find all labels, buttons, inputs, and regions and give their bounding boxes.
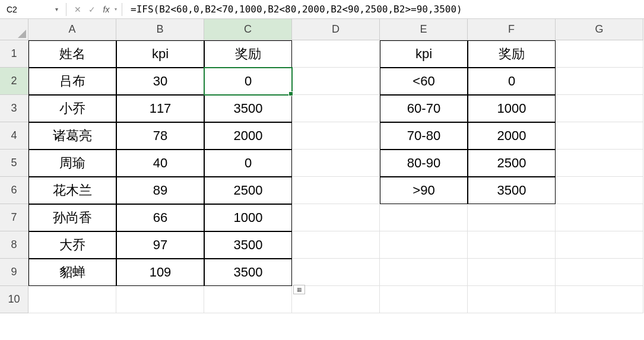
column-header-F[interactable]: F <box>468 19 556 40</box>
cell-B8[interactable]: 97 <box>116 231 204 259</box>
cell-E2[interactable]: <60 <box>380 68 468 95</box>
cell-B10[interactable] <box>116 286 204 313</box>
cell-F4[interactable]: 2000 <box>468 122 556 150</box>
cell-F7[interactable] <box>468 204 556 231</box>
cell-F6[interactable]: 3500 <box>468 177 556 204</box>
cell-A7[interactable]: 孙尚香 <box>28 204 116 231</box>
cell-G4[interactable] <box>556 122 643 150</box>
cell-G6[interactable] <box>556 177 643 204</box>
cell-E7[interactable] <box>380 204 468 231</box>
row-header-4[interactable]: 4 <box>0 122 28 150</box>
formula-bar: C2 ▾ ✕ ✓ fx ▾ =IFS(B2<60,0,B2<70,1000,B2… <box>0 0 644 19</box>
cell-A5[interactable]: 周瑜 <box>28 150 116 177</box>
row-header-2[interactable]: 2 <box>0 68 28 95</box>
cell-E8[interactable] <box>380 231 468 259</box>
cell-D6[interactable] <box>292 177 380 204</box>
cell-A1[interactable]: 姓名 <box>28 40 116 68</box>
cell-C7[interactable]: 1000 <box>204 204 292 231</box>
cell-F8[interactable] <box>468 231 556 259</box>
cell-F5[interactable]: 2500 <box>468 150 556 177</box>
cell-G3[interactable] <box>556 95 643 122</box>
cell-A4[interactable]: 诸葛亮 <box>28 122 116 150</box>
cell-D7[interactable] <box>292 204 380 231</box>
cell-E5[interactable]: 80-90 <box>380 150 468 177</box>
row-header-5[interactable]: 5 <box>0 150 28 177</box>
cell-C3[interactable]: 3500 <box>204 95 292 122</box>
cell-B6[interactable]: 89 <box>116 177 204 204</box>
cell-D10[interactable] <box>292 286 380 313</box>
cell-G2[interactable] <box>556 68 643 95</box>
cell-D8[interactable] <box>292 231 380 259</box>
cell-F1[interactable]: 奖励 <box>468 40 556 68</box>
cell-E10[interactable] <box>380 286 468 313</box>
cell-D5[interactable] <box>292 150 380 177</box>
chevron-down-icon[interactable]: ▾ <box>55 6 58 12</box>
cell-B2[interactable]: 30 <box>116 68 204 95</box>
cell-D9[interactable] <box>292 259 380 286</box>
row-header-1[interactable]: 1 <box>0 40 28 68</box>
cell-A2[interactable]: 吕布 <box>28 68 116 95</box>
fx-icon[interactable]: fx <box>100 3 113 16</box>
cell-G1[interactable] <box>556 40 643 68</box>
formula-input[interactable]: =IFS(B2<60,0,B2<70,1000,B2<80,2000,B2<90… <box>125 0 643 18</box>
cell-A3[interactable]: 小乔 <box>28 95 116 122</box>
cell-B1[interactable]: kpi <box>116 40 204 68</box>
cell-C2[interactable]: 0 <box>204 68 292 95</box>
cell-D3[interactable] <box>292 95 380 122</box>
cell-C4[interactable]: 2000 <box>204 122 292 150</box>
accept-icon[interactable]: ✓ <box>85 3 99 16</box>
cell-B3[interactable]: 117 <box>116 95 204 122</box>
column-header-B[interactable]: B <box>116 19 204 40</box>
cell-B9[interactable]: 109 <box>116 259 204 286</box>
column-header-E[interactable]: E <box>380 19 468 40</box>
cell-F9[interactable] <box>468 259 556 286</box>
cell-F3[interactable]: 1000 <box>468 95 556 122</box>
cell-E6[interactable]: >90 <box>380 177 468 204</box>
column-header-D[interactable]: D <box>292 19 380 40</box>
cell-G5[interactable] <box>556 150 643 177</box>
row-header-10[interactable]: 10 <box>0 286 28 313</box>
cell-reference: C2 <box>7 5 17 14</box>
cell-G8[interactable] <box>556 231 643 259</box>
cell-G9[interactable] <box>556 259 643 286</box>
spreadsheet[interactable]: ABCDEFG1姓名kpi奖励kpi奖励2吕布300<6003小乔1173500… <box>0 19 644 313</box>
cell-G7[interactable] <box>556 204 643 231</box>
cell-C8[interactable]: 3500 <box>204 231 292 259</box>
select-all-corner[interactable] <box>0 19 28 40</box>
column-header-G[interactable]: G <box>556 19 643 40</box>
cell-A8[interactable]: 大乔 <box>28 231 116 259</box>
cell-C5[interactable]: 0 <box>204 150 292 177</box>
cell-F10[interactable] <box>468 286 556 313</box>
cell-E3[interactable]: 60-70 <box>380 95 468 122</box>
cell-E9[interactable] <box>380 259 468 286</box>
column-header-C[interactable]: C <box>204 19 292 40</box>
cell-B5[interactable]: 40 <box>116 150 204 177</box>
row-header-6[interactable]: 6 <box>0 177 28 204</box>
row-header-9[interactable]: 9 <box>0 259 28 286</box>
column-header-A[interactable]: A <box>28 19 116 40</box>
cell-D1[interactable] <box>292 40 380 68</box>
name-box[interactable]: C2 ▾ <box>1 2 64 17</box>
formula-controls: ✕ ✓ fx ▾ <box>69 3 119 16</box>
cell-C6[interactable]: 2500 <box>204 177 292 204</box>
row-header-8[interactable]: 8 <box>0 231 28 259</box>
cell-B4[interactable]: 78 <box>116 122 204 150</box>
cell-A9[interactable]: 貂蝉 <box>28 259 116 286</box>
cell-D2[interactable] <box>292 68 380 95</box>
cell-E1[interactable]: kpi <box>380 40 468 68</box>
cell-B7[interactable]: 66 <box>116 204 204 231</box>
cell-C10[interactable] <box>204 286 292 313</box>
cell-C1[interactable]: 奖励 <box>204 40 292 68</box>
cell-E4[interactable]: 70-80 <box>380 122 468 150</box>
autofill-options-icon[interactable]: ▦ <box>293 285 305 294</box>
chevron-down-icon[interactable]: ▾ <box>115 7 117 12</box>
row-header-7[interactable]: 7 <box>0 204 28 231</box>
cell-A6[interactable]: 花木兰 <box>28 177 116 204</box>
cell-A10[interactable] <box>28 286 116 313</box>
cell-G10[interactable] <box>556 286 643 313</box>
cell-F2[interactable]: 0 <box>468 68 556 95</box>
cancel-icon[interactable]: ✕ <box>71 3 84 16</box>
cell-C9[interactable]: 3500 <box>204 259 292 286</box>
row-header-3[interactable]: 3 <box>0 95 28 122</box>
cell-D4[interactable] <box>292 122 380 150</box>
